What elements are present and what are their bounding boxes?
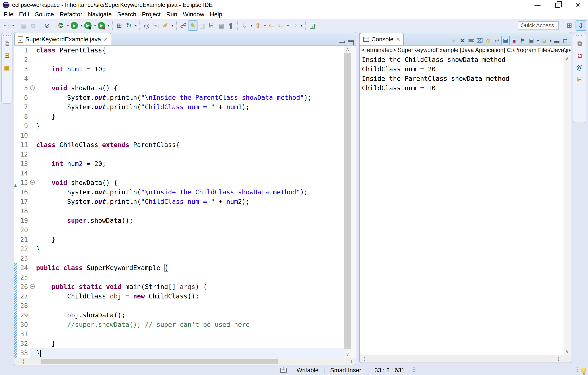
code-line[interactable]: 10 xyxy=(14,131,344,140)
show-stdout-changed-button[interactable]: ▣ xyxy=(501,36,510,45)
code-line[interactable]: 14 xyxy=(14,169,344,178)
code-text[interactable] xyxy=(36,301,344,311)
close-window-button[interactable]: ✕ xyxy=(568,0,588,10)
back-dropdown-icon[interactable]: ▾ xyxy=(286,23,290,28)
code-line[interactable]: 29 obj.showData(); xyxy=(14,311,344,320)
code-text[interactable]: System.out.println("ChildClass num = " +… xyxy=(36,197,344,206)
code-line[interactable]: 19 super.showData(); xyxy=(14,216,344,225)
back-button[interactable]: ⇦ xyxy=(276,21,286,31)
code-line[interactable]: 23 xyxy=(14,254,344,263)
code-text[interactable]: } xyxy=(36,121,344,131)
code-line[interactable]: 1class ParentClass{ xyxy=(14,46,344,55)
statusbar-drag-handle[interactable] xyxy=(577,367,578,373)
code-line[interactable]: 6 System.out.println("\nInside the Paren… xyxy=(14,93,344,102)
run-dropdown-icon[interactable]: ▾ xyxy=(80,23,83,28)
debug-dropdown-icon[interactable]: ▾ xyxy=(66,23,70,28)
open-type-button[interactable]: ◎ xyxy=(142,21,151,31)
package-explorer-view-button[interactable]: ⊞ xyxy=(2,50,12,61)
code-text[interactable] xyxy=(36,55,344,64)
statusbar-drag-handle[interactable] xyxy=(413,367,415,373)
editor-vertical-scrollbar[interactable]: ∧ ∨ xyxy=(344,46,351,358)
code-line[interactable]: 25 xyxy=(14,273,344,282)
menu-run[interactable]: Run xyxy=(163,11,180,18)
coverage-dropdown-icon[interactable]: ▾ xyxy=(93,23,97,28)
clear-console-button[interactable]: ⌧ xyxy=(475,36,484,45)
scroll-right-icon[interactable]: ⟩ xyxy=(555,355,562,363)
code-text[interactable]: System.out.println("\nInside the ChildCl… xyxy=(36,188,344,197)
previous-annotation-dropdown-icon[interactable]: ▾ xyxy=(263,23,267,28)
code-text[interactable]: ChildClass obj = new ChildClass(); xyxy=(36,291,344,301)
collapse-fold-icon[interactable]: − xyxy=(30,85,35,90)
code-line[interactable]: 26− public static void main(String[] arg… xyxy=(14,282,344,291)
code-line[interactable]: 7 System.out.println("ChildClass num = "… xyxy=(14,102,344,112)
skip-all-breakpoints-button[interactable]: ⊘ xyxy=(42,21,52,31)
code-text[interactable]: void showData() { xyxy=(36,178,344,188)
code-line[interactable]: 22} xyxy=(14,244,344,254)
problems-view-button[interactable]: ◘ xyxy=(575,50,584,61)
code-line[interactable]: 20 xyxy=(14,225,344,235)
coverage-button[interactable]: ▶ xyxy=(83,21,93,31)
code-line[interactable]: 30 //super.showData(); // super can't be… xyxy=(14,320,344,329)
code-line[interactable]: 5− void showData() { xyxy=(14,84,344,93)
menu-navigate[interactable]: Navigate xyxy=(85,11,115,18)
status-flame-icon[interactable] xyxy=(280,368,287,373)
restore-right-views-button[interactable]: ⧉ xyxy=(575,38,584,49)
code-text[interactable] xyxy=(36,150,344,159)
maximize-view-button[interactable]: ◻ xyxy=(561,36,569,45)
scroll-up-icon[interactable]: ∧ xyxy=(344,46,351,53)
overview-ruler[interactable] xyxy=(351,46,356,358)
code-line[interactable]: 9} xyxy=(14,121,344,131)
menu-refactor[interactable]: Refactor xyxy=(57,11,85,18)
navigator-view-button[interactable]: ▤ xyxy=(2,62,12,73)
last-edit-location-button[interactable]: ⇐ xyxy=(267,21,276,31)
menu-project[interactable]: Project xyxy=(139,11,163,18)
mark-occurrences-button[interactable]: ✎ xyxy=(188,21,198,31)
rail-drag-handle[interactable] xyxy=(576,35,583,36)
code-text[interactable] xyxy=(36,329,344,339)
display-selected-console-dropdown-icon[interactable]: ▾ xyxy=(536,39,540,43)
remove-launch-button[interactable]: ✖ xyxy=(458,36,467,45)
code-line[interactable]: 31 xyxy=(14,329,344,339)
code-line[interactable]: 13 int num2 = 20; xyxy=(14,159,344,169)
code-text[interactable]: class ChildClass extends ParentClass{ xyxy=(36,140,344,150)
code-line[interactable]: 2 xyxy=(14,55,344,64)
debug-button[interactable]: ❂ xyxy=(56,21,65,31)
code-text[interactable]: } xyxy=(36,339,344,348)
code-text[interactable]: System.out.println("\nInside the ParentC… xyxy=(36,93,344,102)
javadoc-view-button[interactable]: @ xyxy=(575,62,584,73)
menu-source[interactable]: Source xyxy=(32,11,57,18)
collapse-fold-icon[interactable]: − xyxy=(30,284,35,289)
console-output[interactable]: Inside the ChildClass showData methodChi… xyxy=(360,55,571,355)
scroll-up-icon[interactable]: ∧ xyxy=(564,55,571,62)
new-wizard-dropdown-icon[interactable]: ▾ xyxy=(11,23,15,28)
toggle-breadcrumb-button[interactable]: ☍ xyxy=(178,21,188,31)
code-line[interactable]: 27 ChildClass obj = new ChildClass(); xyxy=(14,291,344,301)
quick-access-input[interactable] xyxy=(518,21,559,30)
run-external-tools-dropdown-icon[interactable]: ▾ xyxy=(107,23,110,28)
menu-window[interactable]: Window xyxy=(180,11,207,18)
menu-edit[interactable]: Edit xyxy=(16,11,32,18)
java-perspective-button[interactable]: J xyxy=(576,21,586,31)
editor-hscroll-thumb[interactable] xyxy=(41,359,278,364)
close-tab-icon[interactable]: ✕ xyxy=(104,36,108,42)
code-line[interactable]: 11class ChildClass extends ParentClass{ xyxy=(14,140,344,150)
code-text[interactable]: } xyxy=(36,235,344,244)
code-text[interactable]: } xyxy=(36,112,344,121)
scroll-down-icon[interactable]: ∨ xyxy=(344,351,351,358)
scroll-left-icon[interactable]: ⟨ xyxy=(20,358,27,365)
maximize-editor-button[interactable] xyxy=(348,40,354,45)
remove-all-terminated-button[interactable]: ✖✖ xyxy=(467,36,475,45)
code-text[interactable]: } xyxy=(36,244,344,254)
code-text[interactable] xyxy=(36,169,344,178)
code-text[interactable] xyxy=(36,206,344,216)
new-java-project-button[interactable]: ⊞ xyxy=(115,21,124,31)
close-console-tab-icon[interactable]: ✕ xyxy=(396,36,400,42)
code-line[interactable]: 3 int num1 = 10; xyxy=(14,64,344,74)
tab-console[interactable]: Console ✕ xyxy=(360,33,404,45)
minimize-view-button[interactable]: ▬ xyxy=(552,36,561,45)
code-text[interactable] xyxy=(36,254,344,263)
code-line[interactable]: 16 System.out.println("\nInside the Chil… xyxy=(14,188,344,197)
pin-editor-button[interactable]: ◱ xyxy=(307,21,317,31)
scroll-left-icon[interactable]: ⟨ xyxy=(361,355,368,363)
show-selected-element-button[interactable]: ▤ xyxy=(216,21,226,31)
